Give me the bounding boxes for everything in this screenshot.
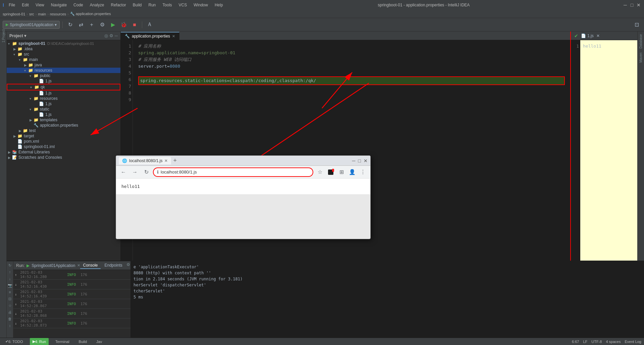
menu-window[interactable]: Window <box>192 3 210 7</box>
run-tab-close[interactable]: ✕ <box>77 263 80 268</box>
tree-item-resources2-1js[interactable]: ▶ 📄 1.js <box>7 101 120 107</box>
browser-ext-btn[interactable]: ! <box>326 167 335 177</box>
browser-new-tab-btn[interactable]: + <box>171 157 179 164</box>
maximize-button[interactable]: □ <box>629 2 635 8</box>
toolbar-btn-debug[interactable]: 🐞 <box>119 20 128 29</box>
toolbar-btn-sync[interactable]: ⇄ <box>76 20 86 29</box>
tree-item-qk-1js[interactable]: ▶ 📄 1.js <box>7 90 120 96</box>
menu-code[interactable]: Code <box>71 3 85 7</box>
toolbar-btn-gear[interactable]: ⚙ <box>98 20 107 29</box>
tree-item-static[interactable]: ▾ 📁 static <box>7 107 120 112</box>
breadcrumb-item[interactable]: springboot-01 <box>3 12 25 16</box>
bottom-btn-down[interactable]: ↓ <box>7 276 13 281</box>
browser-minimize-btn[interactable]: ─ <box>352 158 356 163</box>
browser-profile-btn[interactable]: 👤 <box>347 167 357 177</box>
tab-close-icon[interactable]: ✕ <box>172 34 175 39</box>
breadcrumb-item[interactable]: resources <box>50 12 66 16</box>
tree-item-resources[interactable]: ▾ 📁 resources <box>7 68 120 73</box>
toolbar-btn-run[interactable]: ▶ <box>108 20 118 29</box>
status-tab-build[interactable]: Build <box>76 338 90 345</box>
tree-item-app-props[interactable]: ▶ 🔧 application.properties <box>7 123 120 128</box>
browser-refresh-btn[interactable]: ↻ <box>142 167 151 177</box>
tree-item-main[interactable]: ▾ 📁 main <box>7 57 120 62</box>
right-panel-code[interactable]: hello11 <box>580 40 637 261</box>
run-row[interactable]: ↓ 2021-02-03 14:52:16.430 INFO 176 <box>13 280 130 289</box>
browser-tab-close-icon[interactable]: ✕ <box>164 158 168 163</box>
run-row[interactable]: ↓ 2021-02-03 14:52:16.439 INFO 176 <box>13 289 130 299</box>
run-tab-console[interactable]: Console <box>80 262 100 269</box>
tree-item-target[interactable]: ▶ 📁 target <box>7 133 120 139</box>
run-panel-settings[interactable]: ⚙ <box>126 262 130 269</box>
right-sidebar-maven[interactable]: Maven <box>639 51 643 64</box>
toolbar-btn-maximize[interactable]: ⊡ <box>632 20 641 29</box>
panel-icon-locate[interactable]: ◎ <box>104 33 108 38</box>
right-sidebar-database[interactable]: Database <box>639 33 643 50</box>
tree-item-public[interactable]: ▾ 📁 public <box>7 73 120 78</box>
status-tab-terminal[interactable]: Terminal <box>53 338 72 345</box>
toolbar-btn-translate[interactable]: Ａ <box>145 20 154 29</box>
tree-item-resources2[interactable]: ▾ 📁 resources <box>7 96 120 101</box>
tab-close-icon[interactable]: ✕ <box>596 33 600 38</box>
menu-build[interactable]: Build <box>131 3 144 7</box>
menu-vcs[interactable]: VCS <box>177 3 189 7</box>
menu-analyze[interactable]: Analyze <box>88 3 106 7</box>
tree-item-static-1js[interactable]: ▶ 📄 1.js <box>7 112 120 117</box>
status-event-log[interactable]: Event Log <box>625 340 641 344</box>
bottom-btn-expand[interactable]: ↕ <box>7 323 13 328</box>
bottom-btn-filter[interactable]: ⊡ <box>7 296 13 301</box>
bottom-btn-print[interactable]: 🖨 <box>7 309 13 315</box>
browser-tab[interactable]: 🌐 localhost:8080/1.js ✕ <box>119 157 171 164</box>
browser-more-btn[interactable]: ⋮ <box>358 167 368 177</box>
browser-back-btn[interactable]: ← <box>119 167 128 177</box>
run-row[interactable]: ↓ 2021-02-03 14:52:28.868 INFO 176 <box>13 309 130 319</box>
tree-item-root[interactable]: ▾ 📁 springboot-01 D:\IDEA\Code\springboo… <box>7 41 120 46</box>
tree-item-public-1js[interactable]: ▶ 📄 1.js <box>7 78 120 84</box>
bottom-btn-star[interactable]: ☆ <box>7 303 13 308</box>
menu-tools[interactable]: Tools <box>161 3 174 7</box>
minimize-button[interactable]: ─ <box>623 2 628 8</box>
right-panel-tab-1js[interactable]: ✔ 📄 1.js ✕ <box>571 32 603 40</box>
browser-forward-btn[interactable]: → <box>130 167 140 177</box>
browser-maximize-btn[interactable]: □ <box>358 158 361 163</box>
bottom-btn-wrap[interactable]: ≡ <box>7 289 13 295</box>
panel-icon-settings[interactable]: ⚙ <box>109 33 113 38</box>
breadcrumb-item[interactable]: 🔧 application.properties <box>70 12 111 16</box>
status-tab-todo[interactable]: ✔ 6: TODO <box>3 338 26 345</box>
bottom-btn-refresh[interactable]: ↻ <box>7 263 13 268</box>
tree-item-java[interactable]: ▶ 📁 java <box>7 62 120 68</box>
tree-item-qk[interactable]: ▾ 📁 qk <box>7 84 120 90</box>
editor-tab-app-props[interactable]: 🔧 application.properties ✕ <box>121 32 179 40</box>
run-tab-endpoints[interactable]: Endpoints <box>102 262 125 269</box>
close-button[interactable]: ✕ <box>636 2 641 8</box>
tree-item-idea[interactable]: ▶ 📁 .idea <box>7 46 120 52</box>
breadcrumb-item[interactable]: src <box>29 12 34 16</box>
tree-item-pom[interactable]: ▶ 📄 pom.xml <box>7 139 120 144</box>
menu-refactor[interactable]: Refactor <box>109 3 128 7</box>
browser-star-btn[interactable]: ☆ <box>315 167 325 177</box>
tree-item-ext-libs[interactable]: ▶ 📚 External Libraries <box>7 149 120 155</box>
tree-item-iml[interactable]: ▶ 📄 springboot-01.iml <box>7 144 120 149</box>
menu-edit[interactable]: Edit <box>20 3 31 7</box>
tree-item-test[interactable]: ▶ 📁 test <box>7 128 120 133</box>
browser-close-btn[interactable]: ✕ <box>364 158 368 163</box>
menu-run[interactable]: Run <box>147 3 158 7</box>
sidebar-project-btn[interactable]: 1:Project <box>0 33 6 39</box>
status-tab-java[interactable]: Jav <box>94 338 105 345</box>
run-row[interactable]: ↓ 2021-02-03 14:52:28.867 INFO 176 <box>13 299 130 309</box>
toolbar-btn-add[interactable]: + <box>87 20 96 29</box>
menu-view[interactable]: View <box>34 3 46 7</box>
menu-help[interactable]: Help <box>213 3 225 7</box>
run-row[interactable]: ↑ 2021-02-03 14:52:16.280 INFO 176 <box>13 270 130 280</box>
toolbar-btn-stop[interactable]: ■ <box>130 20 139 29</box>
bottom-btn-screenshot[interactable]: 📷 <box>7 283 13 288</box>
breadcrumb-item[interactable]: main <box>38 12 46 16</box>
address-bar[interactable]: ℹ localhost:8080/1.js <box>153 167 313 177</box>
tree-item-scratches[interactable]: ▶ 📝 Scratches and Consoles <box>7 155 120 160</box>
bottom-btn-trash[interactable]: 🗑 <box>7 316 13 322</box>
tree-item-templates[interactable]: ▶ 📁 templates <box>7 117 120 123</box>
menu-file[interactable]: File <box>7 3 17 7</box>
run-row[interactable]: ↓ 2021-02-03 14:52:28.873 INFO 176 <box>13 319 130 328</box>
browser-tab-btn[interactable]: ⊞ <box>337 167 346 177</box>
menu-navigate[interactable]: Navigate <box>49 3 69 7</box>
tree-item-src[interactable]: ▾ 📁 src <box>7 52 120 57</box>
